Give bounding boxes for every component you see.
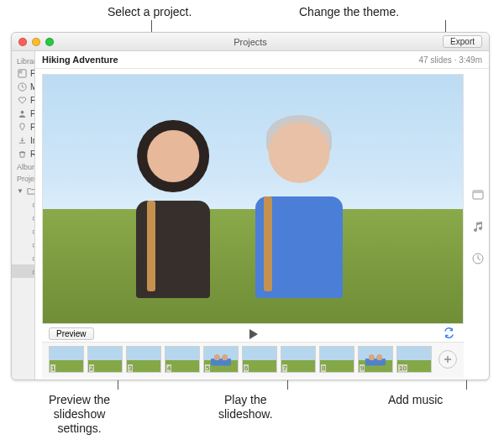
- svg-rect-1: [18, 69, 22, 73]
- folder-icon: [27, 186, 34, 196]
- thumbnail[interactable]: 4: [165, 346, 200, 373]
- photos-icon: [17, 68, 27, 78]
- people-icon: [17, 108, 27, 118]
- play-button[interactable]: [246, 327, 260, 341]
- thumbnail[interactable]: 8: [319, 346, 354, 373]
- callout-play-slideshow: Play the slideshow.: [218, 393, 273, 421]
- plus-icon: [443, 354, 453, 364]
- slideshow-preview[interactable]: [42, 74, 464, 324]
- duration: 3:49m: [459, 55, 482, 65]
- sidebar-item-label: Favorites: [30, 96, 34, 105]
- sidebar-item-label: Places: [30, 123, 34, 132]
- imports-icon: [17, 135, 27, 145]
- sidebar-project-item[interactable]: ▭Chinese New Year: [12, 251, 35, 264]
- photo-person: [244, 122, 354, 298]
- duration-icon: [471, 252, 485, 265]
- sidebar-item-imports[interactable]: Imports: [12, 134, 34, 147]
- thumb-number: 5: [205, 364, 210, 372]
- sidebar-project-item[interactable]: ▭On top of the W...: [12, 238, 35, 251]
- thumbnail[interactable]: 5: [203, 346, 239, 373]
- thumb-number: 7: [282, 364, 287, 372]
- slide-count: 47 slides: [418, 55, 451, 65]
- sidebar-item-label: Recently Deleted: [30, 149, 34, 159]
- svg-rect-5: [473, 191, 483, 193]
- callout-select-project: Select a project.: [108, 5, 192, 19]
- main-area: Hiking Adventure 47 slides · 3:49m: [35, 51, 489, 380]
- thumb-number: 2: [89, 364, 94, 372]
- sidebar-header-projects: Projects: [12, 172, 34, 184]
- add-slide-button[interactable]: [438, 350, 457, 369]
- titlebar: Projects Export: [12, 33, 489, 51]
- right-toolbar: [467, 69, 489, 380]
- sidebar-item-my-projects[interactable]: ▼ My Projects: [12, 184, 34, 197]
- sidebar-project-item[interactable]: ▭The Pup: [12, 224, 35, 238]
- project-meta: 47 slides · 3:49m: [418, 55, 482, 65]
- favorites-icon: [17, 95, 27, 105]
- thumb-number: 6: [244, 364, 249, 372]
- trash-icon: [17, 149, 27, 159]
- sidebar-item-memories[interactable]: Memories: [12, 80, 34, 93]
- sidebar-item-label: Photos: [30, 69, 34, 78]
- music-icon: [471, 220, 485, 233]
- svg-point-3: [20, 110, 24, 113]
- sidebar-item-people[interactable]: People: [12, 107, 34, 120]
- sidebar-item-label: Memories: [30, 82, 34, 92]
- music-button[interactable]: [470, 218, 486, 235]
- thumbnail[interactable]: 1: [49, 346, 84, 373]
- disclosure-triangle-icon[interactable]: ▼: [17, 187, 24, 195]
- window-title: Projects: [12, 37, 489, 47]
- app-window: Projects Export Library Photos Memories …: [11, 32, 490, 380]
- thumbnail[interactable]: 9: [358, 346, 393, 373]
- memories-icon: [17, 81, 27, 92]
- thumbnail[interactable]: 7: [281, 346, 316, 373]
- thumb-number: 1: [50, 364, 55, 372]
- sidebar-item-favorites[interactable]: Favorites: [12, 93, 34, 107]
- sidebar-project-item-selected[interactable]: ▭Hiking Adventure: [12, 264, 35, 278]
- thumbnail[interactable]: 2: [87, 346, 123, 373]
- duration-button[interactable]: [470, 250, 486, 267]
- project-header: Hiking Adventure 47 slides · 3:49m: [35, 51, 489, 69]
- thumbnail[interactable]: 3: [126, 346, 161, 373]
- sidebar-header-library: Library: [12, 55, 34, 66]
- thumb-number: 4: [166, 364, 171, 372]
- sidebar: Library Photos Memories Favorites People…: [12, 51, 35, 380]
- places-icon: [17, 122, 27, 132]
- thumb-number: 9: [360, 364, 365, 372]
- thumb-number: 10: [398, 364, 407, 372]
- callout-preview-settings: Preview the slideshow settings.: [49, 393, 110, 435]
- filmstrip: 1 2 3 4 5 6 7 8 9 10: [42, 342, 464, 378]
- playback-controls: Preview: [42, 324, 464, 342]
- callout-add-music: Add music: [388, 393, 443, 407]
- project-title[interactable]: Hiking Adventure: [42, 55, 118, 65]
- thumbnail[interactable]: 10: [396, 346, 432, 373]
- sidebar-project-item[interactable]: ▭Happy Birthday...: [12, 211, 35, 224]
- thumbnail[interactable]: 6: [242, 346, 277, 373]
- theme-icon: [471, 188, 485, 202]
- thumb-number: 3: [128, 364, 133, 372]
- sidebar-header-albums: Albums: [12, 160, 34, 172]
- theme-button[interactable]: [470, 186, 486, 203]
- thumb-number: 8: [321, 364, 326, 372]
- sidebar-item-label: People: [30, 109, 34, 118]
- photo-person: [127, 130, 219, 298]
- callout-change-theme: Change the theme.: [299, 5, 399, 19]
- sidebar-item-recently-deleted[interactable]: Recently Deleted: [12, 147, 34, 160]
- preview-button[interactable]: Preview: [49, 327, 94, 340]
- loop-button[interactable]: [443, 327, 455, 341]
- sidebar-item-label: Imports: [30, 136, 34, 145]
- sidebar-item-photos[interactable]: Photos: [12, 66, 34, 80]
- sidebar-project-item[interactable]: ▭Alaska Book Proj...: [12, 197, 35, 211]
- sidebar-item-places[interactable]: Places: [12, 120, 34, 134]
